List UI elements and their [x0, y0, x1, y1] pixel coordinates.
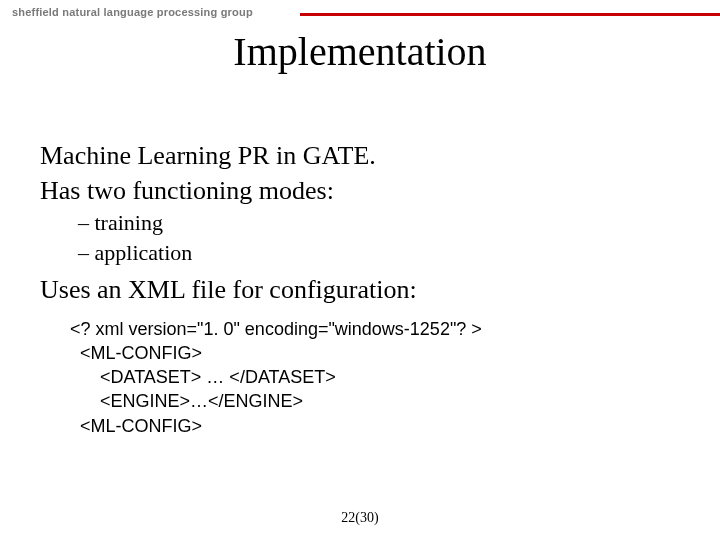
xml-line: <ML-CONFIG> — [70, 341, 690, 365]
body-line: Has two functioning modes: — [40, 175, 690, 208]
xml-block: <? xml version="1. 0" encoding="windows-… — [40, 317, 690, 438]
slide: sheffield natural language processing gr… — [0, 0, 720, 540]
body-subline: – training — [40, 209, 690, 237]
header-brand: sheffield natural language processing gr… — [12, 6, 253, 18]
xml-line: <ML-CONFIG> — [70, 414, 690, 438]
page-title: Implementation — [0, 28, 720, 75]
body-line: Machine Learning PR in GATE. — [40, 140, 690, 173]
header-rule — [300, 13, 720, 16]
body-content: Machine Learning PR in GATE. Has two fun… — [40, 140, 690, 438]
body-line: Uses an XML file for configuration: — [40, 274, 690, 307]
body-subline: – application — [40, 239, 690, 267]
xml-line: <DATASET> … </DATASET> — [70, 365, 690, 389]
page-number: 22(30) — [0, 510, 720, 526]
xml-line: <ENGINE>…</ENGINE> — [70, 389, 690, 413]
xml-line: <? xml version="1. 0" encoding="windows-… — [70, 317, 690, 341]
